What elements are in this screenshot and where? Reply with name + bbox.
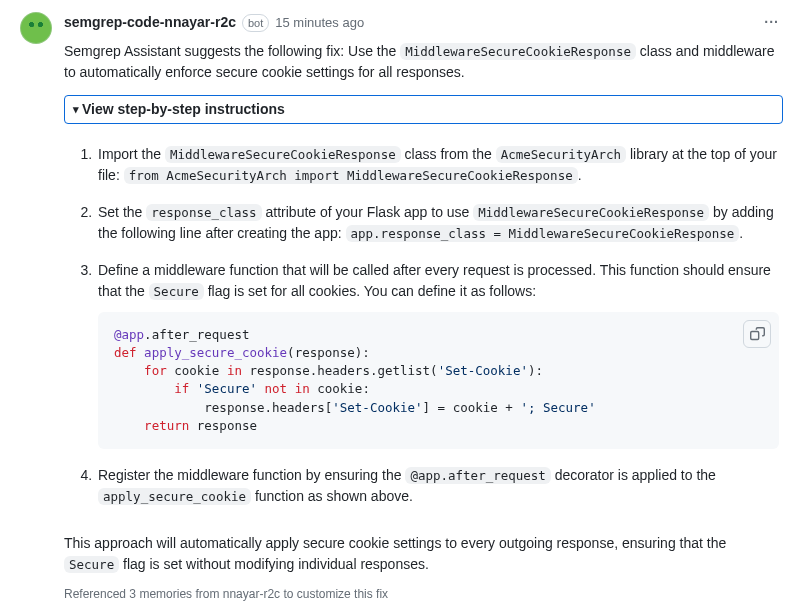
steps-content: Import the MiddlewareSecureCookieRespons… — [64, 134, 783, 519]
code-inline: response_class — [146, 204, 261, 221]
code-inline: MiddlewareSecureCookieResponse — [473, 204, 709, 221]
code-inline: app.response_class = MiddlewareSecureCoo… — [346, 225, 740, 242]
comment-container: semgrep-code-nnayar-r2c bot 15 minutes a… — [20, 12, 783, 603]
code-inline: MiddlewareSecureCookieResponse — [165, 146, 401, 163]
copy-button[interactable] — [743, 320, 771, 348]
code-inline: AcmeSecurityArch — [496, 146, 626, 163]
comment-body: semgrep-code-nnayar-r2c bot 15 minutes a… — [64, 12, 783, 603]
steps-disclosure[interactable]: View step-by-step instructions — [64, 95, 783, 124]
code-inline: MiddlewareSecureCookieResponse — [400, 43, 636, 60]
memories-note: Referenced 3 memories from nnayar-r2c to… — [64, 585, 783, 603]
comment-header: semgrep-code-nnayar-r2c bot 15 minutes a… — [64, 12, 783, 33]
code-inline: Secure — [149, 283, 204, 300]
avatar[interactable] — [20, 12, 52, 44]
outro-text: This approach will automatically apply s… — [64, 533, 783, 575]
step-3: Define a middleware function that will b… — [96, 260, 779, 449]
step-2: Set the response_class attribute of your… — [96, 202, 779, 244]
code-inline: from AcmeSecurityArch import MiddlewareS… — [124, 167, 578, 184]
step-4: Register the middleware function by ensu… — [96, 465, 779, 507]
timestamp[interactable]: 15 minutes ago — [275, 13, 364, 33]
author-link[interactable]: semgrep-code-nnayar-r2c — [64, 12, 236, 33]
code-inline: apply_secure_cookie — [98, 488, 251, 505]
bot-badge: bot — [242, 14, 269, 32]
code-pre: @app.after_request def apply_secure_cook… — [98, 312, 779, 449]
steps-list: Import the MiddlewareSecureCookieRespons… — [68, 144, 779, 507]
copy-icon — [750, 327, 765, 342]
intro-text: Semgrep Assistant suggests the following… — [64, 41, 783, 83]
kebab-menu-icon[interactable]: ··· — [760, 12, 783, 33]
code-block: @app.after_request def apply_secure_cook… — [98, 312, 779, 449]
step-1: Import the MiddlewareSecureCookieRespons… — [96, 144, 779, 186]
code-inline: @app.after_request — [405, 467, 550, 484]
steps-summary[interactable]: View step-by-step instructions — [65, 96, 782, 123]
code-inline: Secure — [64, 556, 119, 573]
